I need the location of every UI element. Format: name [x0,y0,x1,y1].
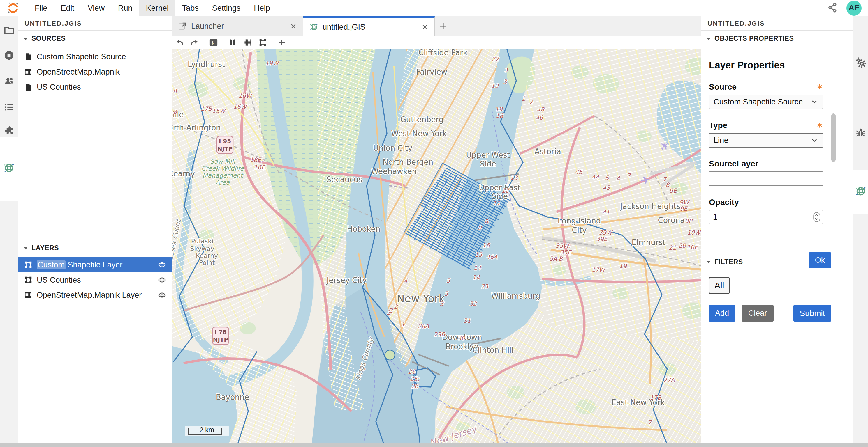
map-label: 5 [605,174,609,181]
debugger-icon[interactable] [855,127,866,138]
add-button[interactable] [274,37,289,48]
close-icon[interactable] [421,23,429,31]
users-icon[interactable] [3,75,14,87]
jupytergis-icon[interactable] [855,185,867,197]
panel-scrollbar[interactable] [831,113,836,162]
submit-filter-button[interactable]: Submit [794,305,831,321]
visibility-eye-icon[interactable] [157,276,167,284]
number-spinner-icon[interactable] [813,212,820,222]
close-icon[interactable] [290,23,297,30]
running-icon[interactable] [3,50,14,61]
menu-kernel[interactable]: Kernel [139,0,176,16]
tab-launcher[interactable]: Launcher [172,16,303,36]
layers-section-header[interactable]: LAYERS [18,240,172,256]
map-label: 41 [602,209,610,216]
property-inspector-icon[interactable] [855,57,866,68]
map-label: 9E [669,187,677,194]
jupytergis-icon[interactable] [3,162,15,174]
map-label: 15W [212,107,226,114]
source-item-label: OpenStreetMap.Mapnik [37,68,120,76]
map-label: Pulaski [191,238,214,245]
menu-view[interactable]: View [81,0,111,16]
layers-list: Custom Shapefile Layer US Counties OpenS… [18,256,172,303]
svg-text:NJTP: NJTP [213,336,228,343]
map-label: Jackson Heights [620,202,681,211]
new-raster-layer-button[interactable] [240,37,255,48]
map-label: 26 [411,383,419,390]
objects-properties-header[interactable]: OBJECTS PROPERTIES [701,31,853,47]
map-label: 33 [481,283,489,290]
left-sidebar-title: UNTITLED.JGIS [18,16,172,31]
menu-settings[interactable]: Settings [206,0,247,16]
map-label: 9E [680,205,688,212]
menu-tabs[interactable]: Tabs [176,0,206,16]
menu-run[interactable]: Run [111,0,139,16]
avatar[interactable]: AE [846,1,862,16]
folder-icon[interactable] [3,25,14,35]
map-label: Upper West [466,151,510,160]
map-label: 2 [529,99,533,106]
chevron-down-icon [810,98,818,106]
source-select[interactable]: Custom Shapefile Source [709,95,823,109]
extensions-icon[interactable] [3,125,14,136]
map-label: 5 [446,277,451,284]
layer-item[interactable]: US Counties [18,272,172,287]
menu-file[interactable]: File [28,0,54,16]
map-label: 17B [200,105,212,112]
new-tab-button[interactable] [435,16,452,36]
map-label: 32 [469,300,477,307]
opacity-input[interactable] [709,210,823,225]
vector-icon [24,276,33,284]
add-filter-button[interactable]: Add [709,305,736,321]
map-label: 3 [504,67,508,74]
menu-help[interactable]: Help [247,0,277,16]
toolbar-separator [272,37,273,48]
map-label: Clinton Hill [472,346,514,354]
filter-all-chip[interactable]: All [709,277,730,294]
map-label: Union City [373,144,412,152]
right-activity-bar [853,16,868,443]
menu-edit[interactable]: Edit [54,0,81,16]
map-label: Secaucus [326,175,363,184]
table-of-contents-icon[interactable] [3,102,14,113]
type-select[interactable]: Line [709,133,823,147]
layer-item[interactable]: Custom Shapefile Layer [18,257,172,272]
map-label: 44 [591,174,599,181]
undo-button[interactable] [172,37,187,48]
map-label: Cliffside Park [418,49,467,57]
caret-down-icon [705,35,712,42]
map-label: Fairview [416,68,447,76]
map-label: 19 [619,263,627,270]
open-book-button[interactable] [225,37,240,48]
map-label: Skyway [190,245,214,252]
sources-section-header[interactable]: SOURCES [18,31,172,47]
source-item[interactable]: US Counties [18,79,172,95]
toolbar-separator [204,37,204,48]
map-label: Creek Wildlife [202,165,244,172]
map-label: 12 [501,187,509,194]
map-label: 27A [663,377,675,384]
map-viewport[interactable]: ✈✈ I 95NJTP I 78NJTPCliffside ParkFairvi… [172,49,701,443]
map-label: 16E [254,164,266,171]
right-sidebar: UNTITLED.JGIS OBJECTS PROPERTIES Layer P… [701,16,853,443]
svg-text:NJTP: NJTP [217,145,232,152]
console-button[interactable]: $_ [206,37,221,48]
source-item[interactable]: OpenStreetMap.Mapnik [18,64,172,79]
map-canvas[interactable]: ✈✈ I 95NJTP I 78NJTPCliffside ParkFairvi… [172,49,701,443]
visibility-eye-icon[interactable] [157,291,167,299]
new-vector-layer-button[interactable] [255,37,270,48]
clear-filter-button[interactable]: Clear [742,305,774,321]
sourcelayer-input[interactable] [709,171,823,186]
layer-item[interactable]: OpenStreetMap.Mapnik Layer [18,287,172,303]
filters-section-header[interactable]: FILTERS [701,254,853,270]
share-icon[interactable] [827,2,838,14]
left-activity-bar [0,16,18,443]
source-item[interactable]: Custom Shapefile Source [18,49,172,64]
redo-button[interactable] [187,37,202,48]
map-label: Lyndhurst [188,60,225,69]
jupyter-logo-icon [6,1,20,15]
visibility-eye-icon[interactable] [157,261,167,269]
type-label: Type [709,121,727,130]
tab-untitled-jgis[interactable]: untitled.jGIS [303,16,435,36]
map-label: 16 [482,242,490,249]
